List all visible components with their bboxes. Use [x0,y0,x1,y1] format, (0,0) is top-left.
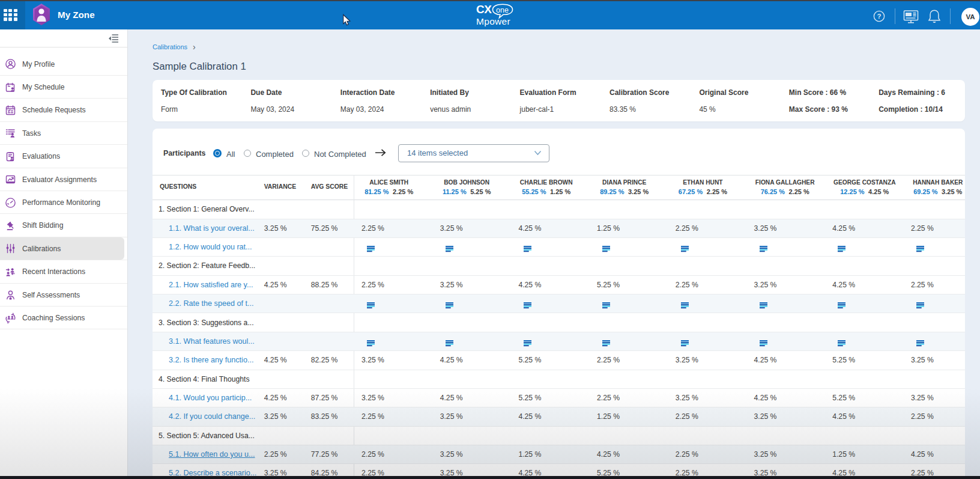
svg-text:?: ? [877,13,881,20]
svg-text:one: one [496,6,509,14]
